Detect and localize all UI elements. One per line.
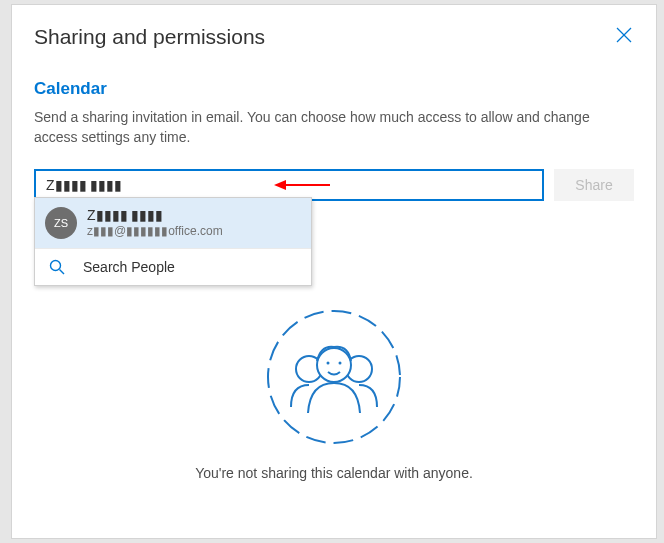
close-icon[interactable] [614,25,634,48]
svg-point-10 [327,362,330,365]
search-icon [49,259,65,275]
sharing-permissions-panel: Sharing and permissions Calendar Send a … [11,4,657,539]
avatar: ZS [45,207,77,239]
suggestion-text: Z▮▮▮▮ ▮▮▮▮ z▮▮▮@▮▮▮▮▮▮office.com [87,206,223,240]
people-suggestions-dropdown: ZS Z▮▮▮▮ ▮▮▮▮ z▮▮▮@▮▮▮▮▮▮office.com Sear… [34,197,312,286]
panel-title: Sharing and permissions [34,25,265,49]
empty-state-illustration: You're not sharing this calendar with an… [34,307,634,481]
svg-point-9 [317,348,351,382]
suggestion-item[interactable]: ZS Z▮▮▮▮ ▮▮▮▮ z▮▮▮@▮▮▮▮▮▮office.com [35,198,311,248]
suggestion-email: z▮▮▮@▮▮▮▮▮▮office.com [87,224,223,240]
search-people-label: Search People [83,259,175,275]
search-people-item[interactable]: Search People [35,248,311,285]
people-illustration-icon [264,307,404,447]
svg-point-4 [51,260,61,270]
panel-header: Sharing and permissions [34,25,634,49]
section-subtitle: Calendar [34,79,634,99]
svg-point-11 [339,362,342,365]
suggestion-name: Z▮▮▮▮ ▮▮▮▮ [87,206,223,224]
svg-line-5 [60,269,65,274]
section-description: Send a sharing invitation in email. You … [34,107,614,147]
empty-state-text: You're not sharing this calendar with an… [195,465,473,481]
share-button[interactable]: Share [554,169,634,201]
